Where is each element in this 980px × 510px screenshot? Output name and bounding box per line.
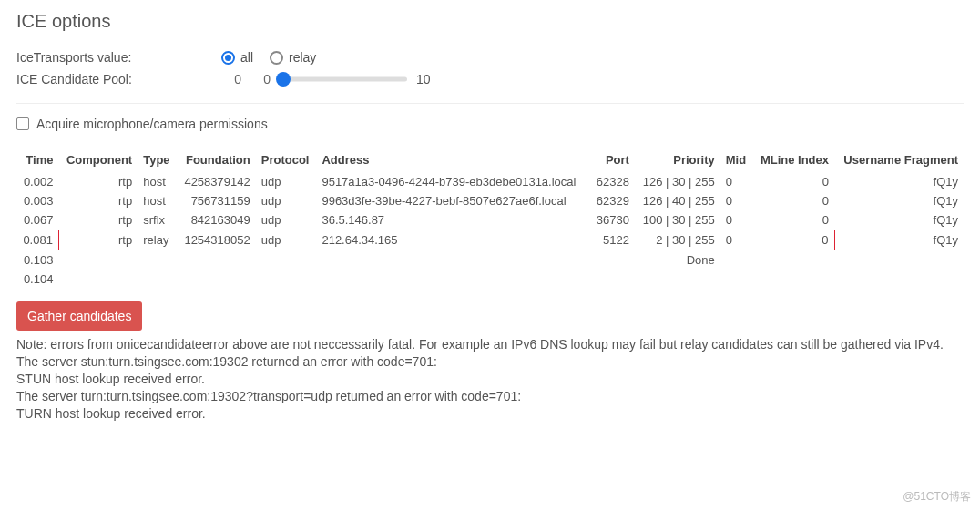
- cell: 756731159: [177, 191, 256, 210]
- cell: 36730: [589, 210, 635, 230]
- ice-transports-label: IceTransports value:: [16, 50, 221, 65]
- radio-icon: [270, 51, 283, 65]
- radio-relay-label: relay: [289, 50, 316, 65]
- cell: 842163049: [177, 210, 256, 230]
- cell: [256, 270, 317, 289]
- cell: 0: [752, 210, 834, 230]
- notes-block: Note: errors from onicecandidateerror ab…: [16, 336, 964, 422]
- col-ufrag: Username Fragment: [834, 148, 964, 172]
- cell: [138, 270, 177, 289]
- slider-track: [280, 77, 407, 82]
- cell: 9517a1a3-0496-4244-b739-eb3debe0131a.loc…: [316, 172, 589, 191]
- cell: [589, 270, 635, 289]
- cell: 100 | 30 | 255: [635, 210, 720, 230]
- cell: 0: [720, 172, 752, 191]
- cell: udp: [256, 172, 317, 191]
- slider-max: 10: [416, 72, 431, 87]
- checkbox-icon: [16, 117, 29, 130]
- table-header-row: Time Component Type Foundation Protocol …: [16, 148, 964, 172]
- table-row: 0.067rtpsrflx842163049udp36.5.146.873673…: [16, 210, 964, 230]
- col-time: Time: [16, 148, 58, 172]
- cell: [589, 250, 635, 270]
- table-row: 0.002rtphost4258379142udp9517a1a3-0496-4…: [16, 172, 964, 191]
- col-address: Address: [316, 148, 589, 172]
- slider-min: 0: [250, 72, 271, 87]
- cell: [256, 250, 317, 270]
- note-line: The server stun:turn.tsingsee.com:19302 …: [16, 353, 964, 371]
- radio-all[interactable]: all: [221, 50, 253, 65]
- cell: [720, 270, 752, 289]
- radio-relay[interactable]: relay: [270, 50, 316, 65]
- note-line: The server turn:turn.tsingsee.com:19302?…: [16, 388, 964, 405]
- cell: [834, 250, 964, 270]
- cell: [58, 270, 138, 289]
- cell: 0.104: [16, 270, 58, 289]
- cell: 1254318052: [177, 230, 256, 250]
- table-row: 0.003rtphost756731159udp9963d3fe-39be-42…: [16, 191, 964, 210]
- divider: [16, 103, 964, 104]
- col-port: Port: [589, 148, 635, 172]
- cell: relay: [138, 230, 177, 250]
- cell: [635, 270, 720, 289]
- page-title: ICE options: [16, 11, 964, 32]
- cell: 0: [720, 210, 752, 230]
- cell: 0.067: [16, 210, 58, 230]
- col-protocol: Protocol: [256, 148, 317, 172]
- cell: srflx: [138, 210, 177, 230]
- cell: [316, 270, 589, 289]
- candidates-table: Time Component Type Foundation Protocol …: [16, 148, 964, 289]
- radio-icon: [221, 51, 235, 65]
- cell: [58, 250, 138, 270]
- cell: host: [138, 172, 177, 191]
- cell: 9963d3fe-39be-4227-bebf-8507e627ae6f.loc…: [316, 191, 589, 210]
- note-line: Note: errors from onicecandidateerror ab…: [16, 336, 964, 353]
- cell: rtp: [58, 230, 138, 250]
- table-row: 0.103Done: [16, 250, 964, 270]
- cell: 126 | 30 | 255: [635, 172, 720, 191]
- col-mid: Mid: [720, 148, 752, 172]
- cell: 0: [752, 172, 834, 191]
- cell: 36.5.146.87: [316, 210, 589, 230]
- table-row: 0.081rtprelay1254318052udp212.64.34.1655…: [16, 230, 964, 250]
- col-foundation: Foundation: [177, 148, 256, 172]
- cell: [834, 270, 964, 289]
- cell: fQ1y: [834, 230, 964, 250]
- cell: rtp: [58, 210, 138, 230]
- cell: fQ1y: [834, 172, 964, 191]
- radio-all-label: all: [240, 50, 253, 65]
- cell: [720, 250, 752, 270]
- ice-options-form: IceTransports value: all relay ICE Candi…: [16, 46, 964, 90]
- cell: 0: [752, 191, 834, 210]
- cell: [177, 250, 256, 270]
- col-type: Type: [138, 148, 177, 172]
- cell: Done: [635, 250, 720, 270]
- cell: [752, 250, 834, 270]
- cell: fQ1y: [834, 210, 964, 230]
- cell: 0.002: [16, 172, 58, 191]
- cell: rtp: [58, 191, 138, 210]
- pool-slider[interactable]: [280, 73, 407, 86]
- acquire-permissions-checkbox[interactable]: Acquire microphone/camera permissions: [16, 117, 964, 131]
- cell: [138, 250, 177, 270]
- col-priority: Priority: [635, 148, 720, 172]
- cell: 212.64.34.165: [316, 230, 589, 250]
- cell: udp: [256, 210, 317, 230]
- cell: 0.103: [16, 250, 58, 270]
- cell: 4258379142: [177, 172, 256, 191]
- note-line: STUN host lookup received error.: [16, 371, 964, 388]
- gather-candidates-button[interactable]: Gather candidates: [16, 301, 142, 331]
- ice-pool-label: ICE Candidate Pool:: [16, 72, 221, 87]
- cell: 0: [752, 230, 834, 250]
- cell: 2 | 30 | 255: [635, 230, 720, 250]
- cell: 5122: [589, 230, 635, 250]
- cell: 62328: [589, 172, 635, 191]
- cell: fQ1y: [834, 191, 964, 210]
- cell: [177, 270, 256, 289]
- col-mline: MLine Index: [752, 148, 834, 172]
- col-component: Component: [58, 148, 138, 172]
- acquire-permissions-label: Acquire microphone/camera permissions: [36, 117, 268, 131]
- cell: udp: [256, 230, 317, 250]
- cell: 0: [720, 230, 752, 250]
- pool-current: 0: [221, 72, 241, 87]
- slider-thumb[interactable]: [276, 72, 291, 87]
